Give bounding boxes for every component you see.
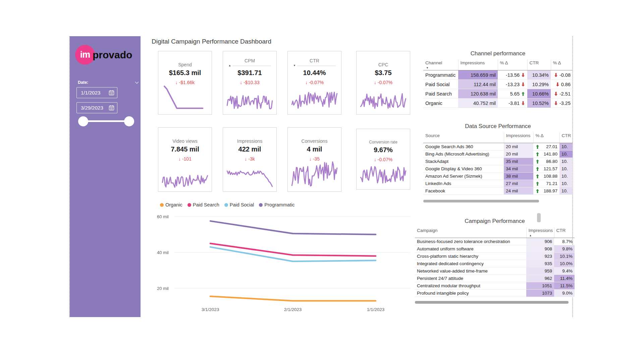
- campaign-table-horizontal-scrollbar[interactable]: [415, 301, 569, 304]
- column-header-channel[interactable]: Channel▼: [423, 60, 458, 70]
- date-to-input[interactable]: 3/29/2023: [76, 102, 117, 113]
- column-header-impressions[interactable]: Impressions▲: [526, 227, 554, 238]
- impressions-cell: 35 mil: [504, 158, 533, 165]
- pct-delta-cell: 121.57: [533, 165, 559, 173]
- column-header-campaign[interactable]: Campaign: [415, 227, 526, 238]
- chevron-down-icon[interactable]: [134, 80, 140, 85]
- column-header-ctr[interactable]: CTR: [527, 60, 551, 70]
- date-from-input[interactable]: 1/1/2023: [76, 87, 117, 98]
- kpi-card-cpc[interactable]: CPC$3.75↓ -0.07%: [356, 51, 410, 115]
- series-line-programmatic[interactable]: [210, 221, 376, 234]
- ctr-cell: 10.66%: [527, 89, 551, 99]
- legend-item-programmatic[interactable]: Programmatic: [259, 202, 294, 207]
- series-line-paid-search[interactable]: [210, 243, 376, 256]
- logo-circle: im: [75, 45, 95, 65]
- calendar-icon[interactable]: [109, 105, 114, 111]
- channel-cell: Organic: [423, 99, 458, 108]
- kpi-title: Conversions: [288, 138, 341, 144]
- channel-cell: Paid Social: [423, 80, 458, 89]
- source-cell: StackAdapt: [423, 158, 504, 165]
- divider: [297, 66, 336, 66]
- campaign-table-vertical-scrollbar[interactable]: [537, 213, 541, 222]
- kpi-card-impressions[interactable]: Impressions422 mil↓ -3k: [223, 127, 277, 192]
- calendar-icon[interactable]: [109, 90, 114, 96]
- table-row[interactable]: Google Display & Video 36034 mil121.5710…: [423, 165, 573, 173]
- column-header-source[interactable]: Source: [423, 132, 504, 143]
- table-row[interactable]: Amazon Ad Server (Sizmek)38 mil108.8810.: [423, 173, 573, 180]
- source-table-horizontal-scrollbar[interactable]: [423, 200, 539, 202]
- kpi-delta: ↓ -0.07%: [357, 80, 410, 85]
- legend-item-organic[interactable]: Organic: [160, 202, 182, 207]
- kpi-card-cpm[interactable]: CPM▲$391.71↓ -$10.33: [223, 51, 277, 115]
- table-row[interactable]: Cross-platform static hierarchy92310.1%: [415, 253, 575, 260]
- table-row[interactable]: Integrated dedicated contingency93510.0%: [415, 260, 575, 267]
- table-row[interactable]: Networked value-added time-frame9599.4%: [415, 267, 575, 275]
- table-row[interactable]: Google Search Ads 36020 mil27.0110.: [423, 143, 573, 150]
- sort-ascending-icon: ▲: [529, 234, 532, 237]
- column-header--[interactable]: % Δ: [498, 60, 527, 70]
- pct-delta-cell: 86.80: [533, 158, 559, 165]
- pct-value: -3.81: [508, 101, 520, 106]
- down-arrow-icon: [554, 101, 558, 106]
- y-axis-tick-label: 60 mil: [157, 214, 169, 219]
- table-row[interactable]: Centralized modular throughput105111.5%: [415, 282, 575, 290]
- improvado-logo: im provado: [75, 45, 132, 65]
- column-header-impressions[interactable]: Impressions: [458, 60, 498, 70]
- table-row[interactable]: StackAdapt35 mil86.8010.: [423, 158, 573, 165]
- legend-item-paid-search[interactable]: Paid Search: [187, 202, 219, 207]
- pct-delta-cell: -13.23: [498, 80, 527, 89]
- slider-handle-right[interactable]: [124, 116, 134, 126]
- table-row[interactable]: Automated uniform software9089.8%: [415, 245, 575, 253]
- impressions-cell: 923: [526, 253, 554, 260]
- legend-dot-icon: [160, 203, 164, 207]
- impressions-cell: 959: [526, 267, 554, 275]
- kpi-sparkline: [161, 84, 209, 111]
- campaign-cell: Business-focused zero tolerance orchestr…: [415, 238, 526, 245]
- column-header-ctr[interactable]: CTR: [554, 227, 575, 238]
- kpi-title: Conversion rate: [357, 140, 410, 144]
- legend-label: Programmatic: [264, 202, 294, 207]
- table-row[interactable]: Business-focused zero tolerance orchestr…: [415, 238, 575, 245]
- series-line-organic[interactable]: [210, 296, 376, 301]
- pct-delta-cell: -2.51: [551, 89, 573, 99]
- x-axis-tick-label: 1/1/2023: [367, 307, 385, 312]
- column-header-impressions[interactable]: Impressions: [504, 132, 533, 143]
- legend-dot-icon: [259, 203, 263, 207]
- table-row[interactable]: Profound intangible policy10739.0%: [415, 290, 575, 297]
- kpi-card-conversion-rate[interactable]: Conversion rate9.67%↓ -0.07%: [356, 129, 410, 190]
- table-row[interactable]: Programmatic158.659 mil-13.5610.34%-0.08: [423, 70, 573, 80]
- campaign-cell: Automated uniform software: [415, 245, 526, 253]
- table-row[interactable]: Facebook24 mil188.9710.: [423, 187, 573, 195]
- y-axis-tick-label: 20 mil: [157, 286, 169, 291]
- pct-value: -3.25: [559, 101, 571, 106]
- kpi-card-conversions[interactable]: Conversions4 mil↓ -35: [287, 127, 341, 192]
- table-row[interactable]: Persistent 24/7 attitude96211.4%: [415, 275, 575, 282]
- kpi-card-ctr[interactable]: CTR▼10.44%↓ -0.07%: [287, 51, 341, 115]
- x-axis-tick-label: 3/1/2023: [202, 307, 219, 312]
- series-line-paid-social[interactable]: [210, 247, 376, 261]
- impressions-cell: 27 mil: [504, 180, 533, 187]
- column-header-ctr[interactable]: CTR: [559, 132, 573, 143]
- table-row[interactable]: Paid Search120.638 mil5.6510.66%-2.51: [423, 89, 573, 99]
- table-row[interactable]: Organic40.752 mil-3.8110.52%-3.25: [423, 99, 573, 108]
- source-cell: LinkedIn Ads: [423, 180, 504, 187]
- up-arrow-icon: [535, 159, 540, 164]
- up-arrow-icon: [535, 189, 540, 193]
- logo-text: provado: [93, 49, 132, 61]
- source-cell: Google Search Ads 360: [423, 143, 504, 150]
- trend-line-chart[interactable]: 60 mil40 mil20 mil3/1/20232/1/20231/1/20…: [157, 211, 411, 316]
- kpi-card-spend[interactable]: Spend$165.3 mil↓ -$1.66k: [158, 51, 212, 115]
- triangle-up-icon: ▲: [228, 64, 231, 67]
- legend-item-paid-social[interactable]: Paid Social: [224, 202, 254, 207]
- column-header--[interactable]: % Δ: [533, 132, 559, 143]
- table-row[interactable]: Paid Social112.44 mil-13.2310.29%0.86: [423, 80, 573, 89]
- kpi-value: 4 mil: [288, 145, 341, 153]
- campaign-performance-panel: Campaign Performance CampaignImpressions…: [415, 218, 575, 297]
- kpi-delta: ↓ -0.07%: [288, 80, 341, 85]
- kpi-card-video-views[interactable]: Video views7.845 mil↓ -101: [158, 127, 212, 192]
- sidebar: im provado Date: 1/1/2023 3/29/2023: [70, 36, 141, 317]
- column-header--[interactable]: % Δ: [551, 60, 573, 70]
- slider-handle-left[interactable]: [78, 116, 88, 126]
- table-row[interactable]: LinkedIn Ads27 mil71.2110.: [423, 180, 573, 187]
- table-row[interactable]: Bing Ads (Microsoft Advertising)20 mil14…: [423, 150, 573, 158]
